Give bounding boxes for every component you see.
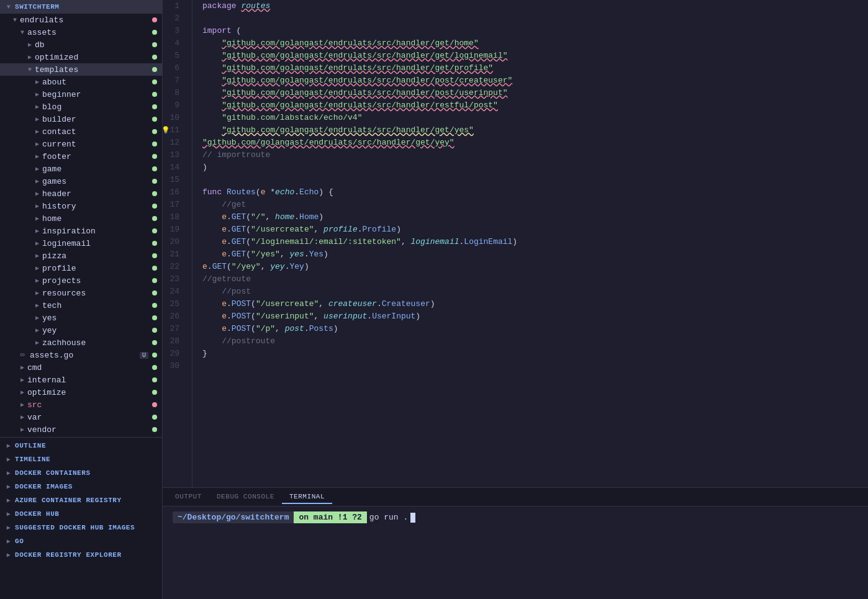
sidebar-item-beginner[interactable]: ▶ beginner (0, 88, 162, 101)
sidebar-item-current[interactable]: ▶ current (0, 138, 162, 150)
ln-26: 26 (163, 310, 184, 323)
game-dot (152, 166, 157, 171)
sidebar-item-about[interactable]: ▶ about (0, 76, 162, 88)
sidebar-item-zachhouse[interactable]: ▶ zachhouse (0, 336, 162, 349)
inspiration-arrow: ▶ (32, 227, 42, 235)
timeline-label: TIMELINE (15, 456, 50, 463)
sidebar-item-optimized[interactable]: ▶ optimized (0, 51, 162, 63)
terminal-prompt: ~/Desktop/go/switchterm on main !1 ?2 go… (173, 511, 858, 523)
kw-package: package (202, 0, 237, 12)
section-docker-hub[interactable]: ▶ DOCKER HUB (0, 507, 162, 521)
sidebar-item-assets[interactable]: ▼ assets (0, 26, 162, 38)
sidebar-item-src[interactable]: ▶ src (0, 399, 162, 411)
p19a: ( (246, 223, 251, 236)
sidebar-item-header[interactable]: ▶ header (0, 187, 162, 200)
sidebar-item-contact[interactable]: ▶ contact (0, 125, 162, 138)
sidebar-item-cmd[interactable]: ▶ cmd (0, 361, 162, 374)
optimize-dot (152, 390, 157, 395)
builder-label: builder (42, 115, 150, 124)
builder-arrow: ▶ (32, 115, 42, 123)
section-timeline[interactable]: ▶ TIMELINE (0, 453, 162, 466)
sidebar-item-projects[interactable]: ▶ projects (0, 274, 162, 287)
sidebar-item-games[interactable]: ▶ games (0, 175, 162, 187)
beginner-arrow: ▶ (32, 91, 42, 98)
tab-terminal[interactable]: TERMINAL (282, 490, 332, 504)
footer-label: footer (42, 152, 150, 161)
sidebar-item-pizza[interactable]: ▶ pizza (0, 250, 162, 262)
section-go[interactable]: ▶ GO (0, 534, 162, 548)
sidebar-item-yes[interactable]: ▶ yes (0, 312, 162, 324)
sidebar-item-db[interactable]: ▶ db (0, 38, 162, 51)
sidebar-item-tech[interactable]: ▶ tech (0, 299, 162, 312)
internal-dot (152, 377, 157, 382)
profile-label: profile (42, 264, 150, 273)
indent4 (202, 37, 222, 50)
import7: "github.com/golangast/endrulats/src/hand… (222, 74, 512, 87)
sidebar-item-optimize[interactable]: ▶ optimize (0, 386, 162, 399)
timeline-arrow: ▶ (4, 456, 14, 463)
sidebar-item-vendor[interactable]: ▶ vendor (0, 423, 162, 436)
inspiration-label: inspiration (42, 227, 150, 236)
sidebar-item-builder[interactable]: ▶ builder (0, 113, 162, 125)
pkg-loginemail: loginemail (411, 236, 459, 248)
Yey22: Yey (289, 261, 304, 273)
section-docker-containers[interactable]: ▶ DOCKER CONTAINERS (0, 466, 162, 480)
ln-5: 5 (163, 50, 184, 62)
POST26: POST (232, 310, 251, 323)
root-switchterm[interactable]: ▼ SWITCHTERM (0, 0, 162, 14)
docker-containers-label: DOCKER CONTAINERS (15, 469, 91, 477)
sidebar-item-endrulats[interactable]: ▼ endrulats (0, 14, 162, 26)
sidebar-item-internal[interactable]: ▶ internal (0, 374, 162, 386)
p21b: ) (323, 248, 328, 261)
games-arrow: ▶ (32, 178, 42, 185)
indent27 (202, 323, 222, 335)
sidebar-item-assets-go[interactable]: ∞ assets.go U (0, 349, 162, 361)
section-suggested-docker-hub[interactable]: ▶ SUGGESTED DOCKER HUB IMAGES (0, 521, 162, 534)
code-line-21: e . GET ( "/yes" , yes . Yes ) (202, 248, 868, 261)
sidebar-item-footer[interactable]: ▶ footer (0, 150, 162, 163)
sidebar-item-home[interactable]: ▶ home (0, 212, 162, 225)
p18b: ) (319, 211, 323, 223)
code-content[interactable]: package routes import ( "github.com/gola… (192, 0, 868, 487)
sidebar-item-loginemail[interactable]: ▶ loginemail (0, 237, 162, 250)
var-arrow: ▶ (17, 413, 27, 421)
code-line-4: "github.com/golangast/endrulats/src/hand… (202, 37, 868, 50)
sidebar-item-inspiration[interactable]: ▶ inspiration (0, 225, 162, 237)
tab-output[interactable]: OUTPUT (168, 490, 209, 504)
ln-20: 20 (163, 236, 184, 248)
section-docker-registry-explorer[interactable]: ▶ DOCKER REGISTRY EXPLORER (0, 548, 162, 562)
sidebar-item-resources[interactable]: ▶ resources (0, 287, 162, 299)
sp16c: * (265, 186, 275, 199)
sidebar-item-profile[interactable]: ▶ profile (0, 262, 162, 274)
sp16b: ( (256, 186, 261, 199)
terminal-content[interactable]: ~/Desktop/go/switchterm on main !1 ?2 go… (163, 507, 868, 599)
root-label: SWITCHTERM (15, 3, 60, 11)
ln-1: 1 (163, 0, 184, 12)
pkg-createuser: createuser (328, 298, 377, 310)
indent11 (202, 124, 222, 137)
tab-debug-console[interactable]: DEBUG CONSOLE (209, 490, 282, 504)
comma20: , (401, 236, 411, 248)
pkg-yey: yey (270, 261, 284, 273)
GET20: GET (232, 236, 246, 248)
sidebar-item-game[interactable]: ▶ game (0, 163, 162, 175)
ln-22: 22 (163, 261, 184, 273)
sidebar-item-var[interactable]: ▶ var (0, 411, 162, 423)
section-outline[interactable]: ▶ OUTLINE (0, 439, 162, 453)
section-azure-container-registry[interactable]: ▶ AZURE CONTAINER REGISTRY (0, 493, 162, 507)
p20a: ( (246, 236, 251, 248)
assets-dot (152, 30, 157, 35)
code-line-24: //post (202, 286, 868, 298)
section-docker-images[interactable]: ▶ DOCKER IMAGES (0, 480, 162, 493)
assets-arrow: ▼ (17, 29, 27, 36)
terminal-branch: on main !1 ?2 (294, 511, 366, 523)
import5: "github.com/golangast/endrulats/src/hand… (222, 50, 507, 62)
p19b: ) (396, 223, 401, 236)
sidebar-item-blog[interactable]: ▶ blog (0, 101, 162, 113)
code-line-10: "github.com/labstack/echo/v4" (202, 112, 868, 124)
ln-27: 27 (163, 323, 184, 335)
sidebar-item-yey[interactable]: ▶ yey (0, 324, 162, 336)
code-line-9: "github.com/golangast/endrulats/src/hand… (202, 99, 868, 112)
sidebar-item-templates[interactable]: ▼ templates (0, 63, 162, 76)
sidebar-item-history[interactable]: ▶ history (0, 200, 162, 212)
